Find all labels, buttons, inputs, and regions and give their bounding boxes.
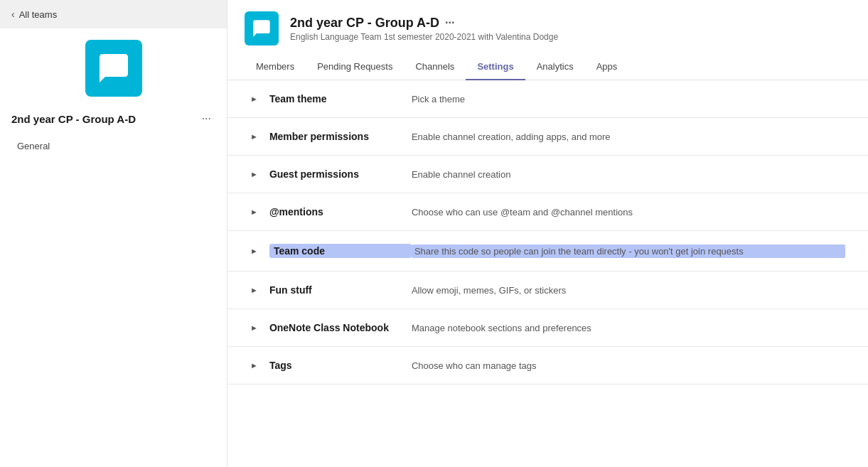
row-arrow-icon: ► xyxy=(250,132,258,141)
row-label-member-permissions: Member permissions xyxy=(269,131,412,142)
settings-row-member-permissions[interactable]: ► Member permissions Enable channel crea… xyxy=(227,118,868,156)
tab-apps[interactable]: Apps xyxy=(585,54,629,80)
row-desc-member-permissions: Enable channel creation, adding apps, an… xyxy=(412,131,845,142)
row-desc-tags: Choose who can manage tags xyxy=(412,360,845,371)
header-chat-icon xyxy=(252,18,272,38)
tabs-bar: Members Pending Requests Channels Settin… xyxy=(245,54,851,80)
row-label-team-theme: Team theme xyxy=(269,93,412,104)
row-arrow-icon: ► xyxy=(250,247,258,255)
row-desc-guest-permissions: Enable channel creation xyxy=(412,169,845,180)
settings-content: ► Team theme Pick a theme ► Member permi… xyxy=(227,80,868,467)
row-desc-onenote: Manage notebook sections and preferences xyxy=(412,323,845,333)
tab-channels[interactable]: Channels xyxy=(404,54,466,80)
tab-members[interactable]: Members xyxy=(245,54,306,80)
row-desc-mentions: Choose who can use @team and @channel me… xyxy=(412,207,845,218)
row-desc-team-theme: Pick a theme xyxy=(412,94,845,104)
team-info: 2nd year CP - Group A-D ··· English Lang… xyxy=(290,16,851,42)
row-arrow-icon: ► xyxy=(250,323,258,332)
main-header: 2nd year CP - Group A-D ··· English Lang… xyxy=(227,0,868,80)
settings-row-team-code[interactable]: ► Team code Share this code so people ca… xyxy=(227,231,868,272)
row-label-tags: Tags xyxy=(269,360,412,371)
team-header-top: 2nd year CP - Group A-D ··· English Lang… xyxy=(245,0,851,54)
settings-row-onenote[interactable]: ► OneNote Class Notebook Manage notebook… xyxy=(227,309,868,347)
row-arrow-icon: ► xyxy=(250,286,258,294)
back-button[interactable]: ‹ All teams xyxy=(0,0,227,28)
sidebar-team-avatar xyxy=(85,40,142,97)
team-title-text: 2nd year CP - Group A-D xyxy=(290,16,439,31)
settings-row-team-theme[interactable]: ► Team theme Pick a theme xyxy=(227,80,868,118)
sidebar: ‹ All teams 2nd year CP - Group A-D ··· … xyxy=(0,0,227,467)
row-label-guest-permissions: Guest permissions xyxy=(269,168,412,180)
main-content: 2nd year CP - Group A-D ··· English Lang… xyxy=(227,0,868,467)
tab-pending-requests[interactable]: Pending Requests xyxy=(306,54,404,80)
tab-settings[interactable]: Settings xyxy=(466,54,525,80)
back-label: All teams xyxy=(19,9,57,20)
row-arrow-icon: ► xyxy=(250,170,258,178)
team-name-row: 2nd year CP - Group A-D ··· xyxy=(0,108,227,135)
settings-row-guest-permissions[interactable]: ► Guest permissions Enable channel creat… xyxy=(227,156,868,193)
sidebar-channel-general[interactable]: General xyxy=(6,135,221,157)
team-options-button[interactable]: ··· xyxy=(445,16,454,29)
row-arrow-icon: ► xyxy=(250,208,258,216)
row-desc-fun-stuff: Allow emoji, memes, GIFs, or stickers xyxy=(412,285,845,296)
settings-row-tags[interactable]: ► Tags Choose who can manage tags xyxy=(227,347,868,385)
sidebar-ellipsis-button[interactable]: ··· xyxy=(198,111,215,127)
row-label-onenote: OneNote Class Notebook xyxy=(269,322,412,333)
row-desc-team-code: Share this code so people can join the t… xyxy=(412,245,845,258)
team-logo xyxy=(245,11,279,45)
sidebar-team-name: 2nd year CP - Group A-D xyxy=(11,113,136,125)
settings-row-mentions[interactable]: ► @mentions Choose who can use @team and… xyxy=(227,193,868,231)
row-arrow-icon: ► xyxy=(250,361,258,370)
back-arrow-icon: ‹ xyxy=(11,9,15,20)
settings-row-fun-stuff[interactable]: ► Fun stuff Allow emoji, memes, GIFs, or… xyxy=(227,272,868,309)
tab-analytics[interactable]: Analytics xyxy=(525,54,585,80)
team-subtitle: English Language Team 1st semester 2020-… xyxy=(290,32,851,42)
row-label-team-code: Team code xyxy=(269,244,412,258)
row-label-mentions: @mentions xyxy=(269,206,412,218)
row-label-fun-stuff: Fun stuff xyxy=(269,284,412,296)
chat-icon xyxy=(97,51,131,85)
team-title: 2nd year CP - Group A-D ··· xyxy=(290,16,851,31)
row-arrow-icon: ► xyxy=(250,95,258,103)
